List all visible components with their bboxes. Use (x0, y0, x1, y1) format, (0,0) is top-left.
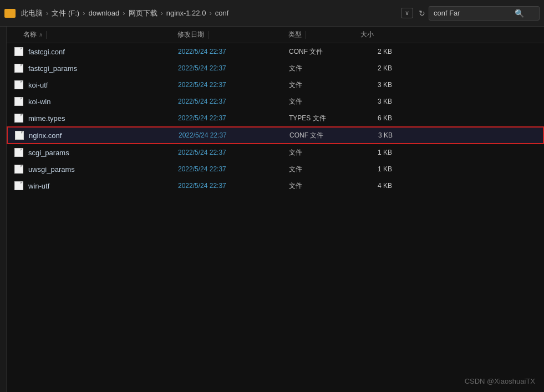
table-row[interactable]: fastcgi_params 2022/5/24 22:37 文件 2 KB (7, 60, 544, 77)
search-input[interactable] (434, 9, 511, 17)
table-row[interactable]: scgi_params 2022/5/24 22:37 文件 1 KB (7, 144, 544, 161)
file-type-3: 文件 (284, 97, 357, 106)
title-bar: 此电脑 › 文件 (F:) › download › 网页下载 › nginx-… (0, 0, 544, 27)
file-date-2: 2022/5/24 22:37 (174, 81, 284, 89)
file-name-3: koi-win (28, 98, 174, 106)
main-area: 名称 ∧ 修改日期 类型 大小 fastcgi.conf 2022/5/ (0, 27, 544, 392)
file-name-7: uwsgi_params (28, 165, 174, 174)
table-row[interactable]: koi-win 2022/5/24 22:37 文件 3 KB (7, 93, 544, 110)
col-header-date[interactable]: 修改日期 (173, 30, 284, 39)
file-icon-4 (14, 113, 24, 123)
file-name-4: mime.types (28, 114, 174, 123)
breadcrumb-drive[interactable]: 文件 (F:) (49, 7, 82, 19)
table-row[interactable]: fastcgi.conf 2022/5/24 22:37 CONF 文件 2 K… (7, 43, 544, 60)
file-size-5: 3 KB (357, 131, 401, 139)
file-size-8: 4 KB (357, 182, 401, 190)
folder-icon (4, 9, 16, 18)
table-row[interactable]: koi-utf 2022/5/24 22:37 文件 3 KB (7, 77, 544, 93)
file-size-6: 1 KB (357, 149, 401, 156)
file-date-1: 2022/5/24 22:37 (174, 64, 284, 72)
breadcrumb-dropdown[interactable]: ∨ (401, 8, 413, 18)
file-type-6: 文件 (284, 148, 357, 157)
file-list-area: 名称 ∧ 修改日期 类型 大小 fastcgi.conf 2022/5/ (7, 27, 544, 392)
breadcrumb-nginx[interactable]: nginx-1.22.0 (164, 8, 209, 18)
breadcrumb-pc[interactable]: 此电脑 (19, 7, 45, 19)
file-name-8: win-utf (28, 182, 174, 190)
file-icon-7 (14, 164, 24, 174)
watermark: CSDN @XiaoshuaiTX (465, 377, 535, 385)
file-name-1: fastcgi_params (28, 64, 174, 73)
file-size-4: 6 KB (357, 114, 401, 122)
table-row[interactable]: nginx.conf 2022/5/24 22:37 CONF 文件 3 KB (7, 126, 544, 144)
file-date-3: 2022/5/24 22:37 (174, 98, 284, 105)
search-icon: 🔍 (515, 9, 524, 18)
file-type-8: 文件 (284, 181, 357, 191)
file-name-2: koi-utf (28, 81, 174, 89)
file-date-6: 2022/5/24 22:37 (174, 149, 284, 156)
file-icon-8 (14, 181, 24, 191)
breadcrumb-download[interactable]: download (87, 8, 122, 18)
file-icon-2 (14, 80, 24, 90)
sort-arrow-name: ∧ (39, 32, 43, 38)
file-name-5: nginx.conf (29, 131, 174, 140)
table-row[interactable]: uwsgi_params 2022/5/24 22:37 文件 1 KB (7, 161, 544, 177)
file-icon-0 (14, 47, 24, 57)
breadcrumb: 此电脑 › 文件 (F:) › download › 网页下载 › nginx-… (19, 7, 394, 19)
col-header-type[interactable]: 类型 (284, 30, 356, 39)
search-box[interactable]: 🔍 (429, 6, 540, 21)
file-date-0: 2022/5/24 22:37 (174, 48, 284, 55)
file-icon-1 (14, 63, 24, 73)
breadcrumb-webdl[interactable]: 网页下载 (126, 7, 160, 19)
file-size-3: 3 KB (357, 98, 401, 105)
file-size-7: 1 KB (357, 165, 401, 173)
refresh-button[interactable]: ↻ (419, 9, 425, 18)
file-icon-3 (14, 96, 24, 106)
file-type-1: 文件 (284, 64, 357, 73)
file-type-5: CONF 文件 (285, 131, 357, 140)
file-rows: fastcgi.conf 2022/5/24 22:37 CONF 文件 2 K… (7, 43, 544, 392)
file-date-5: 2022/5/24 22:37 (174, 131, 285, 139)
file-type-2: 文件 (284, 80, 357, 90)
file-name-6: scgi_params (28, 149, 174, 157)
file-type-0: CONF 文件 (284, 47, 357, 57)
file-size-2: 3 KB (357, 81, 401, 89)
col-header-name[interactable]: 名称 ∧ (7, 30, 173, 39)
file-type-7: 文件 (284, 165, 357, 174)
file-size-0: 2 KB (357, 48, 401, 55)
column-headers: 名称 ∧ 修改日期 类型 大小 (7, 27, 544, 43)
breadcrumb-conf: conf (213, 8, 231, 18)
file-icon-5 (14, 130, 24, 140)
file-size-1: 2 KB (357, 64, 401, 72)
file-date-8: 2022/5/24 22:37 (174, 182, 284, 190)
col-header-size[interactable]: 大小 (356, 30, 400, 39)
table-row[interactable]: mime.types 2022/5/24 22:37 TYPES 文件 6 KB (7, 110, 544, 126)
file-name-0: fastcgi.conf (28, 48, 174, 56)
file-date-4: 2022/5/24 22:37 (174, 114, 284, 122)
table-row[interactable]: win-utf 2022/5/24 22:37 文件 4 KB (7, 177, 544, 194)
file-icon-6 (14, 147, 24, 157)
file-date-7: 2022/5/24 22:37 (174, 165, 284, 173)
left-nav (0, 27, 7, 392)
file-type-4: TYPES 文件 (284, 114, 357, 123)
